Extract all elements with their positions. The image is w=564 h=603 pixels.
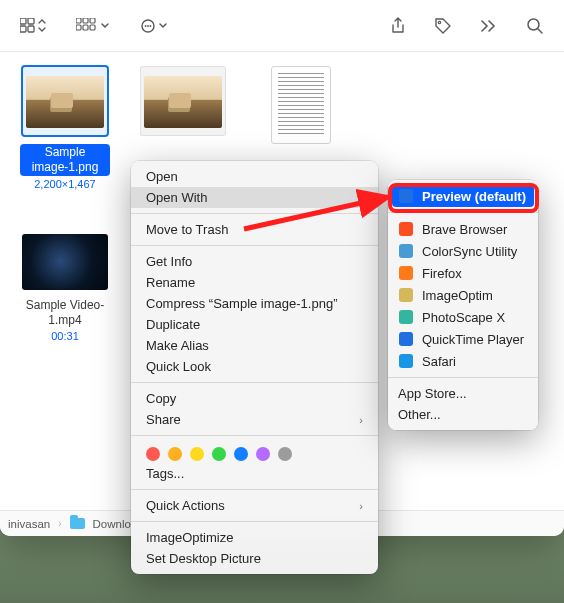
svg-rect-0: [20, 18, 26, 24]
action-dropdown[interactable]: [140, 18, 170, 34]
menu-item-label: Open With: [146, 190, 207, 205]
context-menu-item[interactable]: Get Info: [131, 251, 378, 272]
annotation-highlight-box: [388, 183, 539, 213]
brave-icon: [398, 221, 414, 237]
submenu-item[interactable]: Other...: [388, 404, 538, 425]
share-icon[interactable]: [390, 17, 406, 35]
menu-item-label: Open: [146, 169, 178, 184]
chevron-right-icon: ›: [359, 192, 363, 204]
tag-dot[interactable]: [256, 447, 270, 461]
context-menu-item[interactable]: Quick Look: [131, 356, 378, 377]
submenu-item[interactable]: ImageOptim: [388, 284, 538, 306]
tag-colors-row: [131, 441, 378, 463]
context-menu-item[interactable]: ImageOptimize: [131, 527, 378, 548]
icon-view-toggle[interactable]: [20, 18, 48, 34]
firefox-icon: [398, 265, 414, 281]
context-menu-item[interactable]: Compress “Sample image-1.png”: [131, 293, 378, 314]
menu-item-label: ImageOptimize: [146, 530, 233, 545]
menu-item-label: Make Alias: [146, 338, 209, 353]
chevron-right-icon: ›: [359, 414, 363, 426]
menu-item-label: Rename: [146, 275, 195, 290]
context-menu-item[interactable]: Make Alias: [131, 335, 378, 356]
context-menu-item[interactable]: Open: [131, 166, 378, 187]
svg-point-15: [528, 19, 539, 30]
svg-rect-17: [399, 222, 413, 236]
svg-rect-6: [90, 18, 95, 23]
tag-dot[interactable]: [212, 447, 226, 461]
tag-dot[interactable]: [234, 447, 248, 461]
video-thumbnail: [22, 234, 108, 290]
menu-item-label: Tags...: [146, 466, 184, 481]
context-menu-item[interactable]: Duplicate: [131, 314, 378, 335]
folder-icon: [70, 518, 85, 529]
chevron-right-icon: ›: [58, 518, 61, 529]
svg-point-11: [145, 25, 147, 27]
submenu-item[interactable]: QuickTime Player: [388, 328, 538, 350]
svg-rect-1: [28, 18, 34, 24]
menu-item-label: Quick Actions: [146, 498, 225, 513]
svg-rect-19: [399, 266, 413, 280]
submenu-item[interactable]: ColorSync Utility: [388, 240, 538, 262]
safari-icon: [398, 353, 414, 369]
more-icon[interactable]: [480, 20, 498, 32]
svg-rect-18: [399, 244, 413, 258]
svg-point-13: [150, 25, 152, 27]
svg-rect-2: [20, 26, 26, 32]
file-name: Sample image-1.png: [20, 144, 110, 176]
search-icon[interactable]: [526, 17, 544, 35]
svg-rect-21: [399, 310, 413, 324]
svg-point-14: [438, 21, 440, 23]
context-menu-item[interactable]: Quick Actions›: [131, 495, 378, 516]
svg-rect-8: [83, 25, 88, 30]
context-menu-item[interactable]: Move to Trash: [131, 219, 378, 240]
submenu-item[interactable]: Brave Browser: [388, 218, 538, 240]
submenu-item[interactable]: Firefox: [388, 262, 538, 284]
tag-dot[interactable]: [190, 447, 204, 461]
svg-rect-22: [399, 332, 413, 346]
tags-icon[interactable]: [434, 17, 452, 35]
svg-rect-4: [76, 18, 81, 23]
submenu-item-label: Brave Browser: [422, 222, 507, 237]
groups-dropdown[interactable]: [76, 18, 112, 34]
svg-rect-9: [90, 25, 95, 30]
open-with-submenu: Preview (default)Brave BrowserColorSync …: [388, 180, 538, 430]
file-item[interactable]: Sample Video-1.mp4 00:31: [20, 234, 110, 342]
menu-item-label: Copy: [146, 391, 176, 406]
submenu-item[interactable]: PhotoScape X: [388, 306, 538, 328]
submenu-item-label: Safari: [422, 354, 456, 369]
tag-dot[interactable]: [146, 447, 160, 461]
submenu-item-label: ColorSync Utility: [422, 244, 517, 259]
context-menu-item[interactable]: Tags...: [131, 463, 378, 484]
svg-point-12: [147, 25, 149, 27]
file-item[interactable]: Sample image-1.png 2,200×1,467: [20, 66, 110, 190]
context-menu-item[interactable]: Open With›: [131, 187, 378, 208]
context-menu-item[interactable]: Copy: [131, 388, 378, 409]
submenu-item-label: PhotoScape X: [422, 310, 505, 325]
tag-dot[interactable]: [278, 447, 292, 461]
svg-rect-5: [83, 18, 88, 23]
menu-item-label: Quick Look: [146, 359, 211, 374]
context-menu: OpenOpen With›Move to TrashGet InfoRenam…: [131, 161, 378, 574]
file-duration: 00:31: [51, 330, 79, 342]
document-thumbnail: [271, 66, 331, 144]
image-thumbnail: [140, 66, 226, 136]
submenu-item[interactable]: App Store...: [388, 383, 538, 404]
file-dimensions: 2,200×1,467: [34, 178, 95, 190]
context-menu-item[interactable]: Rename: [131, 272, 378, 293]
menu-item-label: Set Desktop Picture: [146, 551, 261, 566]
menu-item-label: Move to Trash: [146, 222, 228, 237]
menu-item-label: Duplicate: [146, 317, 200, 332]
context-menu-item[interactable]: Share›: [131, 409, 378, 430]
file-name: Sample Video-1.mp4: [20, 298, 110, 328]
submenu-item-label: Firefox: [422, 266, 462, 281]
photoscapex-icon: [398, 309, 414, 325]
tag-dot[interactable]: [168, 447, 182, 461]
submenu-item-label: Other...: [398, 407, 441, 422]
path-segment[interactable]: inivasan: [8, 518, 50, 530]
submenu-item-label: ImageOptim: [422, 288, 493, 303]
context-menu-item[interactable]: Set Desktop Picture: [131, 548, 378, 569]
menu-item-label: Share: [146, 412, 181, 427]
submenu-item[interactable]: Safari: [388, 350, 538, 372]
menu-item-label: Get Info: [146, 254, 192, 269]
svg-rect-20: [399, 288, 413, 302]
